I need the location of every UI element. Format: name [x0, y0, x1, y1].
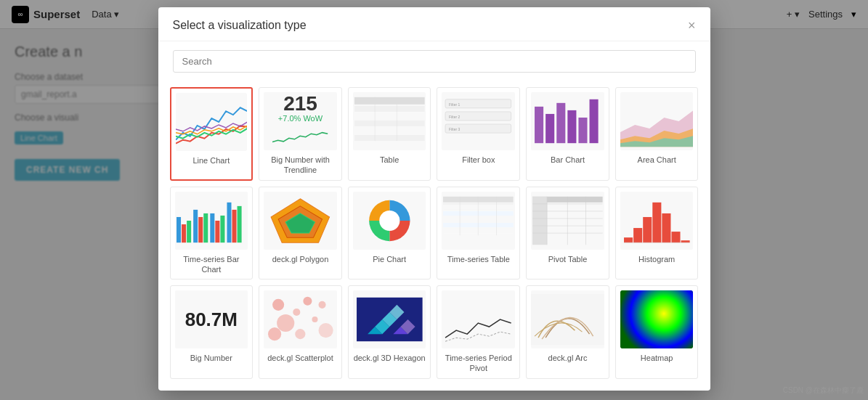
- chart-item-line-chart[interactable]: Line Chart: [170, 87, 253, 181]
- svg-rect-61: [633, 228, 642, 242]
- chart-label: deck.gl 3D Hexagon: [353, 353, 426, 363]
- chart-label: Filter box: [442, 155, 515, 165]
- svg-point-76: [319, 323, 333, 338]
- bar-chart-thumbnail: [531, 92, 604, 150]
- filter-box-thumbnail: Filter 1 Filter 2 Filter 3: [442, 92, 515, 150]
- chart-label: Area Chart: [620, 155, 694, 165]
- heatmap-thumbnail: [620, 290, 694, 348]
- chart-label: Time-series Table: [442, 254, 515, 264]
- chart-item-area-chart[interactable]: Area Chart: [615, 87, 699, 181]
- chart-item-bar-chart[interactable]: Bar Chart: [526, 87, 609, 181]
- svg-rect-64: [662, 213, 670, 242]
- svg-rect-2: [354, 113, 425, 119]
- svg-rect-32: [227, 202, 231, 242]
- svg-rect-30: [215, 221, 219, 242]
- svg-point-75: [319, 301, 326, 309]
- modal-header: Select a visualization type ×: [158, 7, 710, 41]
- svg-text:Filter 3: Filter 3: [450, 127, 461, 131]
- pivot-table-thumbnail: [531, 192, 604, 250]
- ts-period-pivot-thumbnail: [442, 290, 515, 348]
- pie-chart-thumbnail: [353, 192, 426, 250]
- close-icon[interactable]: ×: [688, 19, 696, 32]
- svg-rect-60: [624, 237, 633, 242]
- chart-label: Big Number with Trendline: [264, 155, 337, 176]
- chart-item-heatmap[interactable]: Heatmap: [615, 285, 699, 379]
- search-input[interactable]: [173, 50, 696, 73]
- chart-item-deck-3d-hex[interactable]: deck.gl 3D Hexagon: [348, 285, 431, 379]
- chart-item-big-number[interactable]: 80.7M Big Number: [170, 285, 253, 379]
- modal-title: Select a visualization type: [173, 19, 307, 32]
- svg-rect-62: [643, 217, 652, 242]
- svg-point-39: [379, 211, 399, 231]
- svg-rect-14: [535, 107, 543, 143]
- chart-label: Pie Chart: [353, 254, 426, 264]
- deck-scatterplot-thumbnail: [264, 290, 337, 348]
- chart-label: Histogram: [620, 254, 694, 264]
- svg-rect-16: [556, 103, 565, 143]
- chart-label: deck.gl Arc: [531, 353, 604, 363]
- svg-rect-63: [652, 202, 661, 242]
- chart-item-big-number-trendline[interactable]: 215 +7.0% WoW Big Number with Trendline: [259, 87, 342, 181]
- ts-table-thumbnail: [442, 192, 515, 250]
- deck-arc-thumbnail: [531, 290, 604, 348]
- svg-rect-28: [203, 213, 208, 242]
- svg-rect-15: [545, 114, 554, 143]
- chart-label: deck.gl Polygon: [264, 254, 337, 264]
- svg-point-71: [304, 297, 312, 306]
- svg-rect-31: [220, 216, 224, 242]
- svg-rect-5: [354, 135, 425, 141]
- chart-label: deck.gl Scatterplot: [264, 353, 337, 363]
- chart-grid: Line Chart 215 +7.0% WoW Big Number wit: [170, 87, 699, 379]
- chart-item-ts-bar-chart[interactable]: Time-series Bar Chart: [170, 187, 253, 280]
- viz-type-modal: Select a visualization type ×: [158, 7, 710, 391]
- svg-rect-84: [531, 294, 604, 345]
- modal-overlay: Select a visualization type ×: [0, 0, 868, 400]
- watermark: CSDN @在森林中麋了鹿: [783, 385, 864, 396]
- chart-label: Pivot Table: [531, 254, 604, 264]
- svg-rect-19: [590, 99, 599, 143]
- ts-bar-chart-thumbnail: [175, 192, 248, 250]
- chart-label: Table: [353, 155, 426, 165]
- svg-rect-23: [177, 217, 181, 242]
- svg-point-68: [272, 299, 284, 311]
- svg-rect-0: [354, 97, 425, 105]
- svg-point-69: [293, 309, 300, 316]
- svg-rect-33: [232, 209, 236, 242]
- chart-item-deck-arc[interactable]: deck.gl Arc: [526, 285, 609, 379]
- svg-text:Filter 1: Filter 1: [450, 102, 461, 107]
- area-chart-thumbnail: [620, 92, 694, 150]
- svg-point-74: [295, 329, 305, 339]
- histogram-thumbnail: [620, 192, 694, 250]
- chart-item-pivot-table[interactable]: Pivot Table: [526, 187, 609, 280]
- svg-rect-29: [210, 213, 214, 242]
- chart-label: Time-series Period Pivot: [442, 353, 515, 374]
- chart-label: Heatmap: [620, 353, 694, 363]
- chart-item-table[interactable]: Table: [348, 87, 431, 181]
- svg-rect-17: [567, 110, 576, 143]
- svg-rect-24: [182, 224, 186, 242]
- chart-item-filter-box[interactable]: Filter 1 Filter 2 Filter 3 Filter box: [437, 87, 520, 181]
- svg-rect-66: [681, 240, 689, 242]
- chart-item-ts-table[interactable]: Time-series Table: [437, 187, 520, 280]
- svg-point-73: [312, 317, 318, 322]
- big-number-thumbnail: 80.7M: [175, 290, 248, 348]
- chart-label: Bar Chart: [531, 155, 604, 165]
- chart-label: Time-series Bar Chart: [175, 254, 248, 275]
- svg-point-70: [277, 314, 294, 332]
- svg-rect-1: [354, 106, 425, 112]
- svg-rect-26: [193, 209, 198, 242]
- chart-label: Line Chart: [176, 155, 248, 166]
- svg-rect-34: [237, 205, 241, 242]
- svg-rect-18: [579, 118, 588, 143]
- svg-rect-4: [354, 128, 425, 134]
- chart-type-grid: Line Chart 215 +7.0% WoW Big Number wit: [158, 81, 710, 391]
- chart-item-deck-polygon[interactable]: deck.gl Polygon: [259, 187, 342, 280]
- chart-label: Big Number: [175, 353, 248, 363]
- chart-item-pie-chart[interactable]: Pie Chart: [348, 187, 431, 280]
- chart-item-ts-period-pivot[interactable]: Time-series Period Pivot: [437, 285, 520, 379]
- chart-item-deck-scatterplot[interactable]: deck.gl Scatterplot: [259, 285, 342, 379]
- svg-rect-65: [671, 232, 680, 242]
- chart-item-histogram[interactable]: Histogram: [615, 187, 699, 280]
- svg-text:Filter 2: Filter 2: [450, 115, 461, 119]
- line-chart-thumbnail: [176, 93, 248, 151]
